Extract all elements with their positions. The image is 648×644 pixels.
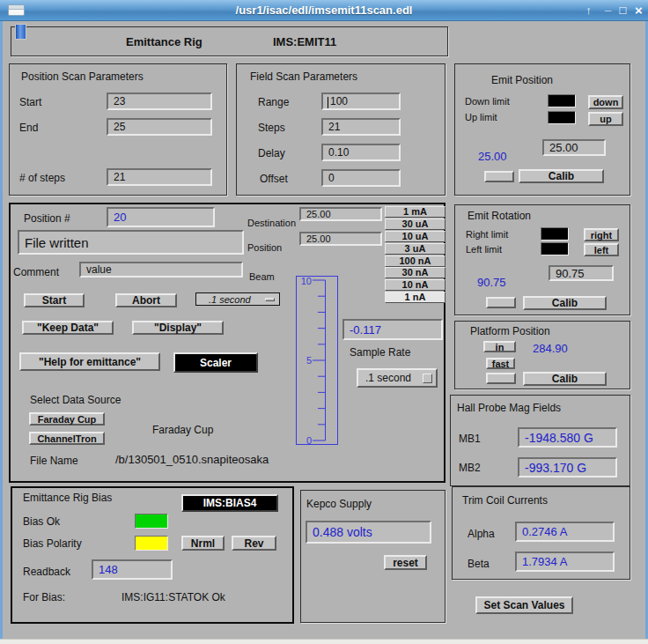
maximize-button[interactable]: □ xyxy=(615,3,630,18)
sample-rate-value: .1 second xyxy=(365,372,411,384)
beam-scale-button-selected[interactable]: 1 nA xyxy=(385,292,446,303)
position-number-field[interactable]: 20 xyxy=(107,207,215,227)
offset-input[interactable]: 0 xyxy=(321,169,401,187)
emit-rotation-calib-button[interactable]: Calib xyxy=(523,296,607,310)
kepco-title: Kepco Supply xyxy=(306,498,372,510)
offset-label: Offset xyxy=(260,173,288,185)
bias-title: Emittance Rig Bias xyxy=(23,492,112,504)
polarity-normal-button[interactable]: Nrml xyxy=(181,536,225,551)
interval-dropdown[interactable]: .1 second xyxy=(195,292,280,306)
keep-data-button[interactable]: "Keep Data" xyxy=(22,321,114,335)
beam-meter: 10 5 0 xyxy=(296,276,338,445)
mb2-value: -993.170 G xyxy=(525,461,586,475)
steps-value: 21 xyxy=(328,121,340,133)
destination-field: 25.00 xyxy=(299,207,382,221)
source-readback: Faraday Cup xyxy=(152,424,213,436)
start-button[interactable]: Start xyxy=(24,293,85,307)
end-input[interactable]: 25 xyxy=(107,118,212,136)
bias-readback-value: 148 xyxy=(99,563,118,576)
comment-value: value xyxy=(86,263,112,276)
emit-position-aux-button[interactable] xyxy=(484,171,514,182)
mb1-value: -1948.580 G xyxy=(525,431,593,445)
field-scan-title: Field Scan Parameters xyxy=(250,70,357,83)
minimize-button[interactable]: _ xyxy=(600,0,615,13)
emit-rotation-title: Emit Rotation xyxy=(468,210,531,222)
app-icon[interactable] xyxy=(15,24,26,40)
kepco-volts-field: 0.488 volts xyxy=(306,521,431,544)
range-input[interactable]: 100 xyxy=(321,93,401,110)
platform-calib-button[interactable]: Calib xyxy=(523,372,607,386)
beam-scale-button[interactable]: 1 mA xyxy=(385,206,446,218)
close-button[interactable]: × xyxy=(631,3,646,18)
bias-device-button[interactable]: IMS:BIAS4 xyxy=(181,494,278,512)
position2-value: 25.00 xyxy=(306,233,331,244)
num-steps-input[interactable]: 21 xyxy=(107,168,212,186)
set-scan-values-button[interactable]: Set Scan Values xyxy=(475,596,573,614)
up-limit-label: Up limit xyxy=(465,112,497,122)
position2-label: Position xyxy=(247,242,282,253)
mb1-field: -1948.580 G xyxy=(518,427,617,448)
platform-aux-button[interactable] xyxy=(486,373,516,384)
destination-label: Destination xyxy=(247,218,296,228)
beam-scale-button[interactable]: 3 uA xyxy=(385,243,446,255)
faraday-cup-button[interactable]: Faraday Cup xyxy=(29,412,105,426)
jog-up-button[interactable]: up xyxy=(588,112,623,126)
channeltron-button[interactable]: ChannelTron xyxy=(29,432,105,445)
select-source-label: Select Data Source xyxy=(30,394,121,406)
bias-ok-indicator xyxy=(135,514,168,529)
emit-rotation-aux-button[interactable] xyxy=(486,297,516,308)
sample-rate-dropdown[interactable]: .1 second xyxy=(357,368,438,388)
help-button[interactable]: "Help for emittance" xyxy=(19,352,160,371)
bias-polarity-label: Bias Polarity xyxy=(23,537,82,550)
bias-ok-label: Bias Ok xyxy=(23,515,60,528)
start-input[interactable]: 23 xyxy=(107,93,212,110)
readback-label: Readback xyxy=(23,566,70,578)
emit-rotation-setpoint-input[interactable]: 90.75 xyxy=(549,265,614,281)
scaler-button[interactable]: Scaler xyxy=(173,352,258,373)
application-window: /usr1/isac/edl/imsemit11scan.edl ↑ _ □ ×… xyxy=(0,0,648,644)
polarity-reverse-button[interactable]: Rev xyxy=(232,536,276,551)
kepco-reset-button[interactable]: reset xyxy=(384,555,427,570)
emit-rotation-setpoint: 90.75 xyxy=(556,267,585,280)
emit-position-setpoint-input[interactable]: 25.00 xyxy=(542,139,606,156)
alpha-label: Alpha xyxy=(468,528,495,540)
end-value: 25 xyxy=(114,121,125,133)
right-limit-label: Right limit xyxy=(466,229,508,240)
beam-scale-button[interactable]: 100 nA xyxy=(385,255,446,267)
bias-readback-field[interactable]: 148 xyxy=(92,559,173,580)
comment-input[interactable]: value xyxy=(79,262,243,278)
text-cursor xyxy=(328,97,328,108)
beam-scale-button[interactable]: 30 nA xyxy=(385,267,446,278)
sample-rate-label: Sample Rate xyxy=(350,346,410,359)
jog-down-button[interactable]: down xyxy=(588,95,623,109)
end-label: End xyxy=(19,122,38,134)
emit-position-calib-button[interactable]: Calib xyxy=(519,169,604,183)
jog-left-button[interactable]: left xyxy=(584,243,619,256)
current-reading-value: -0.117 xyxy=(350,323,381,337)
destination-value: 25.00 xyxy=(306,209,331,219)
platform-fast-button[interactable]: fast xyxy=(486,358,515,369)
current-reading-field: -0.117 xyxy=(342,319,443,340)
for-bias-value: IMS:IG11:STATOK Ok xyxy=(122,591,225,603)
num-steps-value: 21 xyxy=(114,171,125,183)
beta-value: 1.7934 A xyxy=(522,555,567,568)
beam-scale-button[interactable]: 30 uA xyxy=(385,218,446,230)
abort-button[interactable]: Abort xyxy=(115,293,177,307)
display-button[interactable]: "Display" xyxy=(132,321,224,335)
start-label: Start xyxy=(19,96,41,108)
platform-in-button[interactable]: in xyxy=(483,341,516,352)
left-limit-label: Left limit xyxy=(466,244,502,255)
up-limit-indicator xyxy=(548,111,576,124)
delay-input[interactable]: 0.10 xyxy=(321,144,401,161)
beam-scale-button[interactable]: 10 nA xyxy=(385,279,446,291)
meter-mid-label: 5 xyxy=(306,355,312,366)
jog-right-button[interactable]: right xyxy=(584,228,619,241)
num-steps-label: # of steps xyxy=(19,172,65,184)
offset-value: 0 xyxy=(328,172,335,184)
shade-button[interactable]: ↑ xyxy=(581,3,596,18)
file-name-label: File Name xyxy=(30,455,78,467)
window-titlebar[interactable]: /usr1/isac/edl/imsemit11scan.edl ↑ _ □ × xyxy=(0,0,648,21)
status-message-field: File written xyxy=(18,230,244,255)
beam-scale-button[interactable]: 10 uA xyxy=(385,231,446,242)
steps-input[interactable]: 21 xyxy=(321,118,401,136)
